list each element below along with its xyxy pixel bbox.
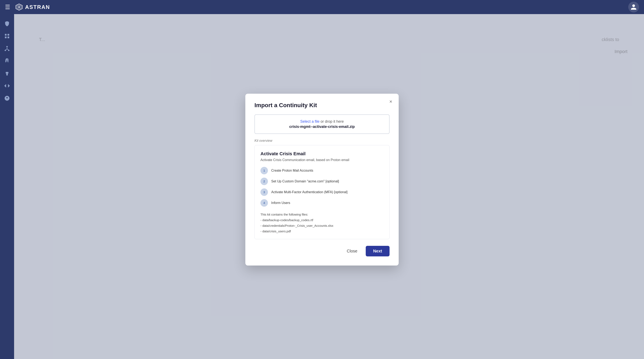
modal-backdrop: × Import a Continuity Kit Select a file … bbox=[0, 0, 644, 359]
modal-close-button[interactable]: × bbox=[387, 98, 394, 105]
step-number: 2 bbox=[260, 178, 268, 185]
step-label: Activate Multi-Factor Authentication (MF… bbox=[271, 190, 348, 194]
file-select-link[interactable]: Select a file bbox=[300, 120, 320, 124]
step-label: Inform Users bbox=[271, 201, 290, 205]
kit-steps-list: 1 Create Proton Mail Accounts 2 Set Up C… bbox=[260, 167, 384, 207]
file-dropzone[interactable]: Select a file or drop it here crisis-mgm… bbox=[254, 114, 390, 134]
kit-subtitle: Activate Crisis Communication email, bas… bbox=[260, 158, 384, 162]
modal-title: Import a Continuity Kit bbox=[254, 102, 390, 108]
file-selected-name: crisis-mgmt--activate-crisis-email.zip bbox=[259, 124, 385, 129]
kit-step: 2 Set Up Custom Domain "acme.com" [optio… bbox=[260, 178, 384, 185]
kit-overview-card: Activate Crisis Email Activate Crisis Co… bbox=[254, 145, 390, 239]
file-drop-separator: or drop it here bbox=[320, 120, 344, 124]
file-item: - data/credentials/Proton-_Crisis_user_A… bbox=[260, 223, 384, 228]
kit-step: 4 Inform Users bbox=[260, 199, 384, 207]
kit-overview-label: Kit overview bbox=[254, 139, 390, 142]
next-button[interactable]: Next bbox=[366, 246, 390, 256]
kit-files-info: This kit contains the following files:- … bbox=[260, 212, 384, 234]
step-label: Set Up Custom Domain "acme.com" [optiona… bbox=[271, 180, 339, 183]
import-continuity-kit-modal: × Import a Continuity Kit Select a file … bbox=[245, 94, 399, 266]
files-header: This kit contains the following files: bbox=[260, 212, 384, 217]
close-button[interactable]: Close bbox=[343, 246, 362, 256]
step-number: 1 bbox=[260, 167, 268, 174]
file-item: - data/crisis_users.pdf bbox=[260, 228, 384, 234]
kit-step: 1 Create Proton Mail Accounts bbox=[260, 167, 384, 174]
kit-step: 3 Activate Multi-Factor Authentication (… bbox=[260, 188, 384, 196]
modal-footer: Close Next bbox=[254, 246, 390, 256]
step-number: 3 bbox=[260, 188, 268, 196]
kit-title: Activate Crisis Email bbox=[260, 151, 384, 156]
step-number: 4 bbox=[260, 199, 268, 207]
step-label: Create Proton Mail Accounts bbox=[271, 169, 313, 172]
file-item: - data/backup-codes/backup_codes.rtf bbox=[260, 217, 384, 223]
